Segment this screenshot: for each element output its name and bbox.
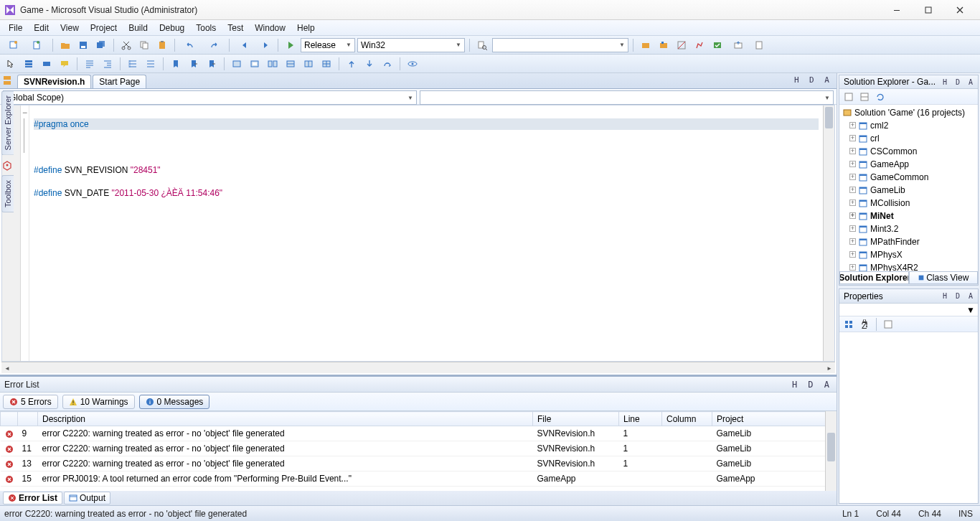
ext-button-3[interactable] (674, 38, 689, 52)
scroll-right-button[interactable]: ► (824, 362, 835, 374)
minimize-button[interactable] (881, 2, 913, 18)
bookmark-toggle-button[interactable] (168, 57, 184, 71)
quick-info-button[interactable] (57, 57, 72, 71)
find-in-files-button[interactable] (474, 38, 490, 52)
tree-project[interactable]: +GameApp (839, 158, 978, 171)
scroll-left-button[interactable]: ◄ (1, 362, 13, 374)
alphabetical-button[interactable]: AZ (858, 318, 871, 331)
menu-view[interactable]: View (55, 22, 85, 34)
tree-project[interactable]: +GameLib (839, 184, 978, 197)
redo-button[interactable] (203, 38, 225, 52)
expander-icon[interactable]: + (849, 225, 856, 232)
config-combo[interactable]: Release▼ (301, 38, 355, 52)
window-pos-icons[interactable]: H D A (943, 78, 975, 86)
tree-project[interactable]: +GameCommon (839, 171, 978, 184)
tree-project[interactable]: +crl (839, 132, 978, 145)
step-over-button[interactable] (380, 57, 395, 71)
start-debug-button[interactable] (283, 38, 298, 52)
debug-windows-2-button[interactable] (265, 57, 281, 71)
ext-button-5[interactable] (710, 38, 725, 52)
warnings-filter[interactable]: 10 Warnings (62, 395, 135, 409)
member-list-button[interactable] (21, 57, 37, 71)
col-icon[interactable] (1, 412, 18, 426)
indent-more-button[interactable] (100, 57, 116, 71)
menu-project[interactable]: Project (85, 22, 123, 34)
tab-svnrevision[interactable]: SVNRevision.h (17, 75, 91, 88)
menu-file[interactable]: File (3, 22, 28, 34)
errors-filter[interactable]: 5 Errors (3, 395, 58, 409)
col-description[interactable]: Description (38, 412, 533, 426)
refresh-button[interactable] (874, 90, 887, 103)
ext-button-1[interactable] (638, 38, 654, 52)
tree-project[interactable]: +Mint3.2 (839, 222, 978, 235)
error-row[interactable]: 9error C2220: warning treated as error -… (1, 426, 837, 441)
step-out-button[interactable] (344, 57, 359, 71)
editor-hscroll[interactable]: ◄► (1, 362, 835, 373)
open-button[interactable] (57, 38, 73, 52)
expander-icon[interactable]: + (849, 251, 856, 258)
expander-icon[interactable]: + (849, 200, 856, 206)
menu-window[interactable]: Window (249, 22, 291, 34)
code-area[interactable]: #pragma once #define SVN_REVISION "28451… (29, 105, 823, 361)
col-project[interactable]: Project (712, 412, 837, 426)
uncomment-button[interactable] (143, 57, 159, 71)
window-pos-icons[interactable]: H D A (792, 380, 832, 390)
expander-icon[interactable]: + (849, 174, 856, 180)
tab-server-explorer[interactable]: Server Explorer (1, 90, 14, 155)
scope-right-combo[interactable]: ▼ (420, 90, 834, 105)
tab-toolbox[interactable]: Toolbox (1, 175, 14, 212)
copy-button[interactable] (136, 38, 152, 52)
window-pos-icons[interactable]: H D A (794, 75, 832, 85)
error-row[interactable]: 13error C2220: warning treated as error … (1, 456, 837, 471)
debug-windows-5-button[interactable] (319, 57, 334, 71)
ext-button-4[interactable] (692, 38, 707, 52)
error-list-grid[interactable]: Description File Line Column Project 9er… (0, 411, 837, 491)
indent-less-button[interactable] (82, 57, 98, 71)
menu-edit[interactable]: Edit (28, 22, 55, 34)
ext-button-2[interactable] (656, 38, 672, 52)
navigate-forward-button[interactable] (258, 38, 273, 52)
editor-vscroll[interactable] (823, 105, 834, 361)
categorized-button[interactable] (842, 318, 855, 331)
paste-button[interactable] (154, 38, 170, 52)
expander-icon[interactable]: + (849, 212, 856, 219)
error-row[interactable]: 15error PRJ0019: A tool returned an erro… (1, 471, 837, 487)
solution-explorer-header[interactable]: Solution Explorer - Ga... H D A (839, 75, 978, 89)
solution-tree[interactable]: Solution 'Game' (16 projects) +cml2+crl+… (839, 105, 978, 271)
expander-icon[interactable]: + (849, 238, 856, 245)
menu-tools[interactable]: Tools (190, 22, 222, 34)
step-into-button[interactable] (362, 57, 377, 71)
close-button[interactable] (944, 2, 976, 18)
messages-filter[interactable]: 0 Messages (139, 395, 210, 409)
maximize-button[interactable] (913, 2, 944, 18)
tree-project[interactable]: +cml2 (839, 119, 978, 132)
watch-button[interactable] (405, 57, 420, 71)
ext-button-6[interactable] (727, 38, 749, 52)
tree-project[interactable]: +MPhysX4R2 (839, 261, 978, 271)
error-list-vscroll[interactable] (825, 411, 837, 491)
param-info-button[interactable] (39, 57, 55, 71)
tab-start-page[interactable]: Start Page (93, 75, 146, 88)
tree-project[interactable]: +CSCommon (839, 145, 978, 158)
properties-button[interactable] (842, 90, 855, 103)
menu-debug[interactable]: Debug (154, 22, 190, 34)
bookmark-prev-button[interactable] (186, 57, 202, 71)
debug-windows-3-button[interactable] (283, 57, 298, 71)
platform-combo[interactable]: Win32▼ (357, 38, 465, 52)
tree-solution-root[interactable]: Solution 'Game' (16 projects) (839, 106, 978, 119)
new-project-button[interactable] (3, 38, 24, 52)
tree-project[interactable]: +MPathFinder (839, 235, 978, 248)
expander-icon[interactable]: + (849, 187, 856, 193)
debug-windows-4-button[interactable] (301, 57, 316, 71)
col-line[interactable]: Line (619, 412, 662, 426)
comment-button[interactable] (125, 57, 141, 71)
tab-class-view[interactable]: Class View (909, 271, 979, 284)
window-pos-icons[interactable]: H D A (943, 292, 975, 300)
col-file[interactable]: File (533, 412, 619, 426)
debug-windows-1-button[interactable] (247, 57, 263, 71)
undo-button[interactable] (179, 38, 201, 52)
menu-build[interactable]: Build (123, 22, 154, 34)
properties-header[interactable]: Properties H D A (839, 289, 978, 304)
tree-project[interactable]: +MiNet (839, 210, 978, 222)
scope-left-combo[interactable]: (Global Scope)▼ (3, 90, 417, 105)
